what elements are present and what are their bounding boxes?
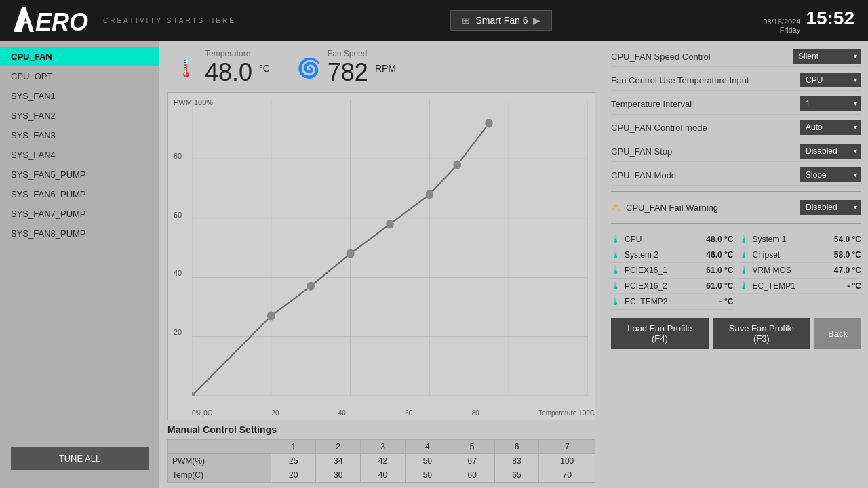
fail-warning-label: ⚠ CPU_FAN Fail Warning [611, 201, 718, 214]
fan-stop-select[interactable]: Disabled Enabled [800, 144, 861, 159]
x-label-0: 0%,0C [192, 409, 212, 417]
pwm-val-4[interactable]: 50 [405, 454, 450, 468]
control-mode-select[interactable]: Auto Manual [800, 120, 861, 135]
sidebar-item-cpu-fan[interactable]: CPU_FAN [0, 47, 159, 66]
back-button[interactable]: Back [814, 318, 861, 349]
sensor-chipset-value: 58.0 °C [834, 250, 861, 260]
speed-control-select[interactable]: Silent Normal Performance Full Speed Man… [793, 49, 861, 64]
sensor-vrm-mos-icon: 🌡 [739, 265, 749, 276]
temp-interval-label: Temperature Interval [611, 99, 692, 109]
temp-val-6[interactable]: 65 [494, 468, 539, 483]
chart-point-8[interactable] [485, 119, 493, 127]
fail-warning-select-wrapper[interactable]: Disabled Enabled [800, 200, 861, 215]
sidebar-item-sys-fan1[interactable]: SYS_FAN1 [0, 87, 159, 105]
fan-curve-chart[interactable]: PWM 100% 80 60 40 20 [167, 92, 595, 420]
temp-val-7[interactable]: 70 [539, 468, 595, 483]
sensor-chipset: 🌡 Chipset 58.0 °C [739, 247, 862, 263]
bottom-action-buttons: Load Fan Profile (F4) Save Fan Profile (… [611, 318, 861, 349]
chart-point-4[interactable] [347, 249, 355, 258]
sensor-system1-icon: 🌡 [739, 234, 749, 245]
temp-val-4[interactable]: 50 [405, 468, 450, 483]
sensor-chipset-icon: 🌡 [739, 249, 749, 260]
temp-interval-select[interactable]: 1 2 3 [800, 96, 861, 111]
sensor-system1: 🌡 System 1 54.0 °C [739, 232, 862, 247]
pwm-val-5[interactable]: 67 [450, 454, 494, 468]
y-label-60: 60 [174, 211, 182, 219]
sensor-pciex16-2-icon: 🌡 [611, 281, 620, 291]
col-header-7: 7 [539, 440, 595, 454]
temperature-stat: 🌡️ Temperature 48.0 °C [174, 49, 270, 87]
fan-stop-select-wrapper[interactable]: Disabled Enabled [800, 144, 861, 159]
main-content: CPU_FAN CPU_OPT SYS_FAN1 SYS_FAN2 SYS_FA… [0, 41, 868, 488]
y-label-80: 80 [174, 152, 182, 160]
temp-input-row: Fan Control Use Temperature Input CPU Sy… [611, 70, 861, 91]
sidebar-item-sys-fan5-pump[interactable]: SYS_FAN5_PUMP [0, 165, 159, 184]
temp-val-5[interactable]: 60 [450, 468, 494, 483]
sidebar-item-sys-fan6-pump[interactable]: SYS_FAN6_PUMP [0, 185, 159, 203]
smart-fan-box[interactable]: ⊞ Smart Fan 6 ▶ [450, 10, 552, 30]
temp-input-select-wrapper[interactable]: CPU System VRM MOS [800, 73, 861, 87]
header: ERO CREATIVITY STARTS HERE. ⊞ Smart Fan … [0, 0, 868, 41]
chart-point-5[interactable] [386, 220, 394, 228]
sidebar-item-cpu-opt[interactable]: CPU_OPT [0, 67, 159, 85]
manual-settings-table: 1 2 3 4 5 6 7 PWM(%) 25 34 42 [167, 439, 595, 483]
datetime-display: 08/16/2024 Friday 15:52 [763, 7, 854, 34]
chart-point-7[interactable] [453, 161, 461, 169]
save-fan-profile-button[interactable]: Save Fan Profile (F3) [713, 318, 810, 349]
fan-mode-select-wrapper[interactable]: Slope Stair [800, 167, 861, 182]
chart-point-6[interactable] [426, 190, 434, 199]
sensor-pciex16-2-name: PCIEX16_2 [625, 281, 702, 291]
sensor-cpu-name: CPU [625, 235, 702, 244]
sensor-pciex16-1-icon: 🌡 [611, 265, 620, 276]
pwm-val-2[interactable]: 34 [316, 454, 361, 468]
temp-input-select[interactable]: CPU System VRM MOS [800, 73, 861, 87]
chart-point-3[interactable] [307, 282, 315, 291]
sensor-system1-value: 54.0 °C [834, 235, 861, 244]
expand-icon: ▶ [533, 15, 540, 26]
right-control-panel: CPU_FAN Speed Control Silent Normal Perf… [604, 41, 868, 488]
divider-1 [611, 191, 861, 192]
time-display: 15:52 [806, 7, 854, 29]
sensor-ec-temp1-value: - °C [847, 281, 861, 291]
logo-tagline: CREATIVITY STARTS HERE. [103, 17, 240, 24]
fail-warning-select[interactable]: Disabled Enabled [800, 200, 861, 215]
fan-label: Fan Speed [328, 49, 396, 58]
pwm-val-7[interactable]: 100 [539, 454, 595, 468]
fail-warning-row: ⚠ CPU_FAN Fail Warning Disabled Enabled [611, 197, 861, 218]
temp-interval-select-wrapper[interactable]: 1 2 3 [800, 96, 861, 111]
fan-stop-label: CPU_FAN Stop [611, 146, 672, 157]
sensor-pciex16-1: 🌡 PCIEX16_1 61.0 °C [611, 263, 734, 279]
load-fan-profile-button[interactable]: Load Fan Profile (F4) [611, 318, 709, 349]
temp-value-display: 48.0 °C [205, 58, 270, 87]
x-label-100: Temperature 100C [538, 409, 595, 417]
sidebar-item-sys-fan3[interactable]: SYS_FAN3 [0, 126, 159, 144]
grid-icon: ⊞ [462, 15, 470, 26]
fan-mode-row: CPU_FAN Mode Slope Stair [611, 165, 861, 186]
pwm-row: PWM(%) 25 34 42 50 67 83 100 [168, 454, 595, 468]
control-mode-select-wrapper[interactable]: Auto Manual [800, 120, 861, 135]
sensor-ec-temp2: 🌡 EC_TEMP2 - °C [611, 294, 734, 310]
temp-val-2[interactable]: 30 [316, 468, 361, 483]
col-header-1: 1 [271, 440, 316, 454]
temp-val-1[interactable]: 20 [271, 468, 316, 483]
sidebar-item-sys-fan7-pump[interactable]: SYS_FAN7_PUMP [0, 205, 159, 223]
sidebar-item-sys-fan8-pump[interactable]: SYS_FAN8_PUMP [0, 224, 159, 243]
pwm-val-3[interactable]: 42 [361, 454, 406, 468]
sidebar-item-sys-fan4[interactable]: SYS_FAN4 [0, 146, 159, 164]
pwm-val-6[interactable]: 83 [494, 454, 539, 468]
speed-control-select-wrapper[interactable]: Silent Normal Performance Full Speed Man… [793, 49, 861, 64]
x-label-60: 60 [405, 409, 412, 417]
chart-point-2[interactable] [267, 311, 275, 320]
sensor-cpu-icon: 🌡 [611, 234, 620, 245]
sensor-ec-temp2-name: EC_TEMP2 [625, 297, 715, 306]
smart-fan-selector[interactable]: ⊞ Smart Fan 6 ▶ [450, 10, 552, 30]
fan-mode-select[interactable]: Slope Stair [800, 167, 861, 182]
temp-val-3[interactable]: 40 [361, 468, 406, 483]
sensor-system2-name: System 2 [625, 250, 702, 260]
pwm-row-label: PWM(%) [168, 454, 271, 468]
pwm-val-1[interactable]: 25 [271, 454, 316, 468]
tune-all-button[interactable]: TUNE ALL [11, 447, 149, 470]
sidebar-item-sys-fan2[interactable]: SYS_FAN2 [0, 106, 159, 125]
col-header-6: 6 [494, 440, 539, 454]
chart-svg[interactable] [192, 100, 588, 396]
